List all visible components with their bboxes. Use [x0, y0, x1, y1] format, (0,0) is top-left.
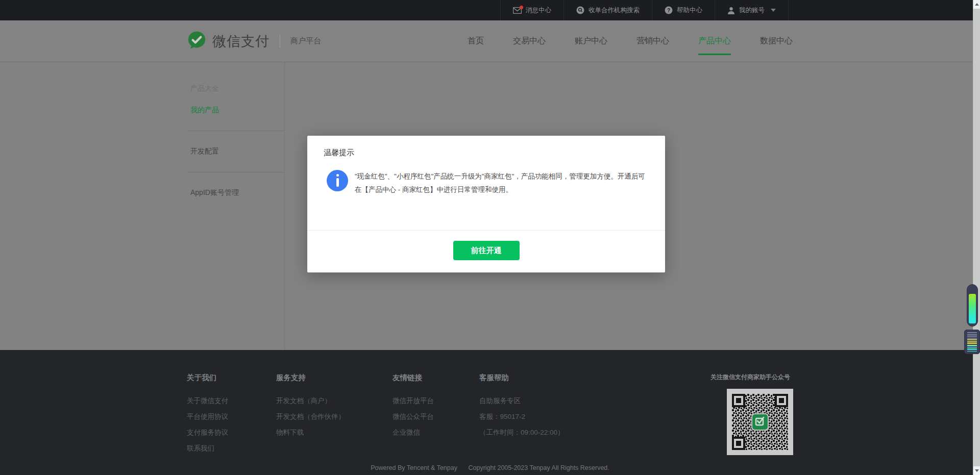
sidebar-item-my-products[interactable]: 我的产品	[190, 99, 284, 120]
wechat-pay-logo-icon	[187, 31, 206, 52]
topbar-item-label: 收单合作机构搜索	[589, 6, 640, 15]
wechat-pay-merchant-page: { "topbar": { "items": [ { "label": "消息中…	[0, 0, 980, 475]
platform-name: 商户平台	[290, 36, 321, 46]
footer-col-title: 关于我们	[187, 373, 276, 383]
scrollbar-up-arrow[interactable]	[973, 0, 980, 9]
nav-item-account-center[interactable]: 账户中心	[575, 36, 607, 46]
footer-col-title: 友情链接	[393, 373, 479, 383]
qr-code	[727, 389, 793, 455]
go-activate-button[interactable]: 前往开通	[453, 241, 520, 260]
footer: 关于我们 关于微信支付 平台使用协议 支付服务协议 联系我们 服务支持 开发文档…	[0, 350, 980, 475]
topbar-item-label: 消息中心	[526, 6, 551, 15]
footer-col-service: 客服帮助 自助服务专区 客服：95017-2 （工作时间：09:00-22:00…	[479, 373, 632, 460]
modal-message: "现金红包"、"小程序红包"产品统一升级为"商家红包"，产品功能相同，管理更加方…	[355, 170, 647, 196]
topbar-item-help[interactable]: ? 帮助中心	[652, 0, 715, 20]
topbar-item-account[interactable]: 我的账号	[715, 0, 789, 20]
mail-icon	[513, 7, 522, 14]
brand[interactable]: 微信支付	[187, 31, 270, 52]
nav-item-marketing-center[interactable]: 营销中心	[636, 36, 669, 46]
stripes-yellow	[967, 339, 977, 346]
footer-link-payment-agreement[interactable]: 支付服务协议	[187, 428, 276, 437]
topbar-item-label: 帮助中心	[677, 6, 702, 15]
topbar-item-acquirer-search[interactable]: 收单合作机构搜索	[564, 0, 652, 20]
footer-link-contact-us[interactable]: 联系我们	[187, 444, 276, 453]
scroll-stripes-widget[interactable]	[964, 330, 980, 354]
footer-link-platform-agreement[interactable]: 平台使用协议	[187, 412, 276, 421]
nav-item-transaction-center[interactable]: 交易中心	[513, 36, 546, 46]
sidebar-group-products: 产品大全 我的产品	[187, 78, 284, 131]
modal-footer: 前往开通	[307, 231, 665, 260]
help-icon: ?	[665, 6, 673, 14]
footer-col-support: 服务支持 开发文档（商户） 开发文档（合作伙伴） 物料下载	[276, 373, 393, 460]
notice-modal: 温馨提示 "现金红包"、"小程序红包"产品统一升级为"商家红包"，产品功能相同，…	[307, 136, 665, 272]
qr-center-logo-icon	[752, 414, 768, 430]
scrollbar[interactable]	[973, 0, 980, 475]
sidebar-item-appid-management[interactable]: AppID账号管理	[190, 182, 284, 203]
brand-name: 微信支付	[212, 32, 270, 51]
footer-link-material-download[interactable]: 物料下载	[276, 428, 393, 437]
scrollbar-down-arrow[interactable]	[973, 466, 980, 475]
footer-link-wechat-open-platform[interactable]: 微信开放平台	[393, 396, 479, 406]
qr-block: 关注微信支付商家助手公众号	[727, 373, 793, 460]
gradient-bar	[969, 294, 976, 323]
search-icon	[576, 6, 584, 14]
nav-item-home[interactable]: 首页	[468, 36, 484, 46]
footer-service-hours: （工作时间：09:00-22:00）	[479, 428, 632, 437]
footer-link-wechat-official-platform[interactable]: 微信公众平台	[393, 412, 479, 421]
active-nav-underline	[698, 54, 731, 55]
footer-link-wecom[interactable]: 企业微信	[393, 428, 479, 437]
modal-title: 温馨提示	[307, 136, 665, 158]
footer-link-about-wechat-pay[interactable]: 关于微信支付	[187, 396, 276, 406]
sidebar-group-appid: AppID账号管理	[187, 172, 284, 213]
sidebar-item-dev-config[interactable]: 开发配置	[190, 140, 284, 162]
modal-body: "现金红包"、"小程序红包"产品统一升级为"商家红包"，产品功能相同，管理更加方…	[307, 158, 665, 196]
sidebar: 产品大全 我的产品 开发配置 AppID账号管理	[187, 62, 285, 350]
brand-divider	[280, 35, 280, 48]
arrow-up-icon	[975, 3, 979, 6]
scroll-gradient-widget[interactable]	[967, 284, 978, 327]
sidebar-group-dev-config: 开发配置	[187, 131, 284, 172]
main-nav: 首页 交易中心 账户中心 营销中心 产品中心 数据中心	[468, 36, 793, 46]
qr-label: 关注微信支付商家助手公众号	[710, 373, 793, 382]
nav-item-product-center[interactable]: 产品中心	[698, 36, 731, 46]
stripes-gray	[967, 332, 977, 339]
sidebar-item-all-products[interactable]: 产品大全	[190, 78, 284, 99]
footer-col-friend-links: 友情链接 微信开放平台 微信公众平台 企业微信	[393, 373, 479, 460]
topbar: 消息中心 收单合作机构搜索 ? 帮助中心 我的账号	[0, 0, 980, 20]
copyright-text: Copyright 2005-2023 Tenpay All Rights Re…	[468, 464, 609, 471]
copyright-bar: Powered By Tencent & Tenpay Copyright 20…	[0, 464, 980, 471]
footer-link-dev-docs-partner[interactable]: 开发文档（合作伙伴）	[276, 412, 393, 421]
footer-col-title: 服务支持	[276, 373, 393, 383]
user-icon	[727, 7, 735, 14]
footer-service-phone: 客服：95017-2	[479, 412, 632, 421]
footer-col-about: 关于我们 关于微信支付 平台使用协议 支付服务协议 联系我们	[187, 373, 276, 460]
header: 微信支付 商户平台 首页 交易中心 账户中心 营销中心 产品中心 数据中心	[0, 20, 980, 62]
svg-text:?: ?	[667, 8, 670, 13]
footer-col-title: 客服帮助	[479, 373, 632, 383]
topbar-item-label: 我的账号	[739, 6, 765, 15]
powered-by-text: Powered By Tencent & Tenpay	[371, 464, 457, 471]
arrow-down-icon	[975, 469, 979, 472]
footer-link-self-service[interactable]: 自助服务专区	[479, 396, 632, 406]
stripes-cyan	[967, 345, 977, 352]
footer-link-dev-docs-merchant[interactable]: 开发文档（商户）	[276, 396, 393, 406]
nav-item-data-center[interactable]: 数据中心	[760, 36, 793, 46]
topbar-item-messages[interactable]: 消息中心	[500, 0, 564, 20]
info-icon	[327, 170, 348, 191]
chevron-down-icon	[771, 9, 776, 12]
unread-badge-dot	[520, 6, 523, 9]
